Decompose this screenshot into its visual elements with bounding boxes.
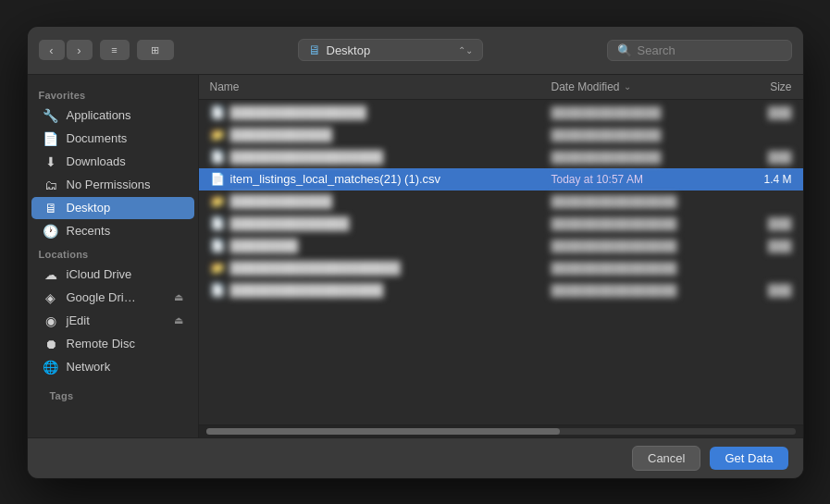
sidebar-item-label: iCloud Drive xyxy=(67,267,132,281)
location-dropdown[interactable]: 🖥 Desktop ⌃⌄ xyxy=(298,39,483,61)
sidebar-item-applications[interactable]: 🔧 Applications xyxy=(31,104,194,127)
tags-section: Tags xyxy=(28,379,198,406)
table-row[interactable]: 📄██████████████████ ████████████████ ███ xyxy=(199,279,803,301)
back-icon: ‹ xyxy=(49,43,53,57)
horizontal-scrollbar[interactable] xyxy=(199,424,803,437)
file-icon: 📄 xyxy=(210,105,225,119)
forward-button[interactable]: › xyxy=(67,40,93,60)
documents-icon: 📄 xyxy=(43,131,59,146)
forward-icon: › xyxy=(77,43,81,57)
sidebar-item-label: Downloads xyxy=(67,154,126,168)
no-permissions-icon: 🗂 xyxy=(43,178,59,192)
sidebar-item-recents[interactable]: 🕐 Recents xyxy=(31,220,194,242)
selected-file-row[interactable]: 📄 item_listings_local_matches(21) (1).cs… xyxy=(199,168,803,191)
recents-icon: 🕐 xyxy=(43,224,59,239)
sidebar-item-label: jEdit xyxy=(67,313,90,327)
sidebar: Favorites 🔧 Applications 📄 Documents ⬇ D… xyxy=(28,75,199,437)
col-size-header: Size xyxy=(737,80,792,93)
selected-file-date: Today at 10:57 AM xyxy=(551,173,737,186)
sidebar-item-remotedisc[interactable]: ⏺ Remote Disc xyxy=(31,333,194,355)
eject-icon[interactable]: ⏏ xyxy=(174,314,183,326)
sidebar-item-network[interactable]: 🌐 Network xyxy=(31,356,194,378)
tags-label: Tags xyxy=(39,385,187,404)
file-icon: 📄 xyxy=(210,239,225,252)
sidebar-item-label: Applications xyxy=(67,108,131,122)
cancel-button[interactable]: Cancel xyxy=(632,446,700,471)
table-row[interactable]: 📄████████ ████████████████ ███ xyxy=(199,235,803,257)
sidebar-item-googledrive[interactable]: ◈ Google Dri… ⏏ xyxy=(31,287,194,309)
view-icon-button[interactable]: ⊞ xyxy=(137,40,174,60)
finder-window: ‹ › ≡ ⊞ 🖥 Desktop ⌃⌄ 🔍 Favorites xyxy=(27,26,804,479)
sidebar-item-label: Recents xyxy=(67,224,111,238)
toolbar: ‹ › ≡ ⊞ 🖥 Desktop ⌃⌄ 🔍 xyxy=(28,27,803,75)
location-bar: 🖥 Desktop ⌃⌄ xyxy=(181,39,600,61)
applications-icon: 🔧 xyxy=(43,108,59,123)
sidebar-item-downloads[interactable]: ⬇ Downloads xyxy=(31,151,194,173)
list-view-icon: ≡ xyxy=(111,44,117,55)
sidebar-item-label: Network xyxy=(67,360,111,374)
sidebar-item-label: Google Dri… xyxy=(67,290,136,304)
location-label: Desktop xyxy=(327,43,371,57)
desktop-icon: 🖥 xyxy=(308,43,321,57)
search-input[interactable] xyxy=(638,43,782,57)
favorites-label: Favorites xyxy=(28,84,198,104)
jedit-icon: ◉ xyxy=(43,313,59,328)
blurred-rows-bottom: 📁████████████ ████████████████ 📄████████… xyxy=(199,191,803,301)
search-box[interactable]: 🔍 xyxy=(607,40,792,61)
blurred-rows-top: 📄████████████████ ██████████████ ███ 📁██… xyxy=(199,102,803,168)
table-row[interactable]: 📄████████████████ ██████████████ ███ xyxy=(199,102,803,124)
file-icon: 📁 xyxy=(210,128,225,141)
file-icon: 📁 xyxy=(210,194,225,208)
icloud-icon: ☁ xyxy=(43,267,59,282)
desktop-sidebar-icon: 🖥 xyxy=(43,201,59,215)
file-icon: 📄 xyxy=(210,150,225,164)
sidebar-item-icloud[interactable]: ☁ iCloud Drive xyxy=(31,264,194,286)
footer: Cancel Get Data xyxy=(28,437,803,478)
file-list[interactable]: 📄████████████████ ██████████████ ███ 📁██… xyxy=(199,100,803,424)
googledrive-icon: ◈ xyxy=(43,290,59,305)
sidebar-item-label: Documents xyxy=(67,131,128,145)
sidebar-item-label: Remote Disc xyxy=(67,337,135,350)
table-row[interactable]: 📁████████████████████ ████████████████ xyxy=(199,257,803,279)
file-area: Name Date Modified ⌄ Size 📄█████████████… xyxy=(199,75,803,437)
sidebar-item-label: Desktop xyxy=(67,201,111,215)
downloads-icon: ⬇ xyxy=(43,154,59,169)
csv-file-icon: 📄 xyxy=(210,172,225,186)
sidebar-item-no-permissions[interactable]: 🗂 No Permissions xyxy=(31,174,194,196)
scrollbar-thumb[interactable] xyxy=(206,428,560,435)
icon-view-icon: ⊞ xyxy=(151,44,159,56)
sidebar-item-label: No Permissions xyxy=(67,178,151,191)
eject-icon[interactable]: ⏏ xyxy=(174,291,183,303)
sidebar-item-desktop[interactable]: 🖥 Desktop xyxy=(31,197,194,219)
view-list-button[interactable]: ≡ xyxy=(100,40,130,60)
col-date-header[interactable]: Date Modified ⌄ xyxy=(551,80,737,93)
search-icon: 🔍 xyxy=(617,43,632,57)
file-icon: 📁 xyxy=(210,261,225,275)
sidebar-item-documents[interactable]: 📄 Documents xyxy=(31,128,194,150)
table-row[interactable]: 📄██████████████████ ██████████████ ███ xyxy=(199,146,803,168)
get-data-button[interactable]: Get Data xyxy=(710,447,787,470)
col-date-label: Date Modified xyxy=(551,80,620,93)
col-name-header: Name xyxy=(210,80,551,93)
remotedisc-icon: ⏺ xyxy=(43,337,59,351)
network-icon: 🌐 xyxy=(43,360,59,375)
table-row[interactable]: 📁████████████ ████████████████ xyxy=(199,191,803,213)
file-header: Name Date Modified ⌄ Size xyxy=(199,75,803,100)
main-content: Favorites 🔧 Applications 📄 Documents ⬇ D… xyxy=(28,75,803,437)
dropdown-arrow: ⌃⌄ xyxy=(458,45,473,55)
sidebar-item-jedit[interactable]: ◉ jEdit ⏏ xyxy=(31,310,194,332)
scrollbar-track xyxy=(206,428,796,435)
sort-icon: ⌄ xyxy=(624,81,631,92)
back-button[interactable]: ‹ xyxy=(39,40,65,60)
selected-file-name: item_listings_local_matches(21) (1).csv xyxy=(230,172,441,186)
table-row[interactable]: 📄██████████████ ████████████████ ███ xyxy=(199,213,803,235)
selected-file-size: 1.4 M xyxy=(737,173,792,186)
nav-group: ‹ › xyxy=(39,40,93,60)
table-row[interactable]: 📁████████████ ██████████████ xyxy=(199,124,803,146)
file-icon: 📄 xyxy=(210,216,225,230)
locations-label: Locations xyxy=(28,243,198,263)
file-icon: 📄 xyxy=(210,283,225,297)
